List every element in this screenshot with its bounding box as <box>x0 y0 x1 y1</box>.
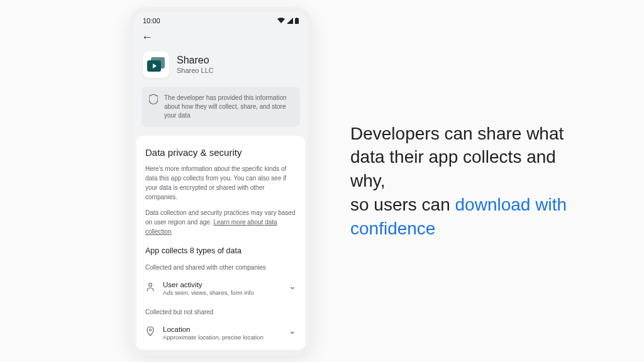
data-row-title: User activity <box>163 281 281 288</box>
privacy-title: Data privacy & security <box>145 147 296 158</box>
privacy-body-1: Here's more information about the specif… <box>145 164 296 202</box>
back-button[interactable]: ← <box>142 31 153 43</box>
battery-icon <box>295 18 299 24</box>
chevron-down-icon: ⌄ <box>289 326 296 336</box>
status-time: 10:00 <box>143 17 160 25</box>
data-row-title: Location <box>163 326 281 333</box>
data-row-sub: Ads seen, views, shares, form info <box>163 289 281 296</box>
status-icons <box>277 18 299 24</box>
phone-mockup: 10:00 ← Shareo Sha <box>129 7 313 356</box>
signal-icon <box>287 18 293 24</box>
app-name: Shareo <box>177 55 214 66</box>
not-shared-label: Collected but not shared <box>145 309 296 315</box>
caption-line-1: Developers can share what data their app… <box>350 124 564 191</box>
collects-title: App collects 8 types of data <box>145 246 296 255</box>
shield-icon <box>149 94 158 104</box>
svg-rect-0 <box>295 18 299 24</box>
chevron-down-icon: ⌄ <box>289 281 296 291</box>
shared-label: Collected and shared with other companie… <box>145 264 296 271</box>
status-bar: 10:00 <box>134 12 308 27</box>
person-icon <box>145 282 155 292</box>
svg-point-3 <box>150 329 152 331</box>
svg-rect-1 <box>296 18 297 18</box>
wifi-icon <box>277 18 285 24</box>
developer-info-text: The developer has provided this informat… <box>164 94 292 120</box>
privacy-body-2: Data collection and security practices m… <box>145 208 296 236</box>
data-row-user-activity[interactable]: User activity Ads seen, views, shares, f… <box>145 277 296 300</box>
data-row-sub: Approximate location, precise location <box>163 334 281 341</box>
app-icon <box>143 52 169 78</box>
caption-line-2a: so users can <box>350 195 455 214</box>
svg-point-2 <box>149 283 152 286</box>
app-header: Shareo Shareo LLC <box>134 49 308 87</box>
data-row-location[interactable]: Location Approximate location, precise l… <box>145 322 296 344</box>
marketing-caption: Developers can share what data their app… <box>350 122 577 241</box>
privacy-section: Data privacy & security Here's more info… <box>136 136 305 349</box>
location-icon <box>145 326 155 336</box>
app-developer: Shareo LLC <box>177 67 214 74</box>
developer-info-box: The developer has provided this informat… <box>142 87 300 127</box>
